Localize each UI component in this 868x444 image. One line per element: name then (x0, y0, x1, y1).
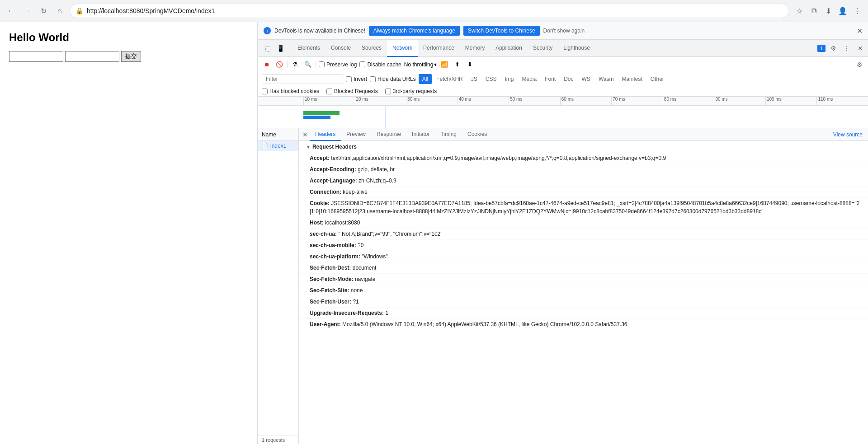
tab-response[interactable]: Response (371, 128, 406, 141)
header-row: Accept-Language: zh-CN,zh;q=0.9 (299, 175, 868, 187)
blocked-requests-label[interactable]: Blocked Requests (326, 88, 378, 94)
request-name: index1 (270, 143, 286, 149)
infobar-close-button[interactable]: ✕ (857, 27, 863, 35)
toolbar-separator-1 (287, 61, 288, 68)
clear-button[interactable]: 🚫 (274, 60, 284, 70)
tab-sources[interactable]: Sources (356, 40, 387, 57)
filter-all-button[interactable]: All (419, 74, 432, 84)
filter-other-button[interactable]: Other (647, 74, 668, 84)
network-settings-button[interactable]: ⚙ (854, 60, 864, 70)
tab-cookies[interactable]: Cookies (462, 128, 492, 141)
header-row: Host: localhost:8080 (299, 217, 868, 229)
badge-button[interactable]: 1 (817, 45, 826, 52)
upload-button[interactable]: ⬆ (452, 60, 462, 70)
filter-font-button[interactable]: Font (541, 74, 559, 84)
record-button[interactable]: ⏺ (262, 60, 272, 70)
url-text: http://localhost:8080/SpringMVCDemo/inde… (87, 7, 215, 14)
bookmark-star-button[interactable]: ☆ (793, 5, 806, 17)
tab-lighthouse[interactable]: Lighthouse (558, 40, 595, 57)
hide-data-urls-checkbox[interactable] (370, 76, 376, 82)
tab-memory[interactable]: Memory (460, 40, 490, 57)
filter-media-button[interactable]: Media (518, 74, 540, 84)
reload-button[interactable]: ↻ (37, 5, 50, 17)
wifi-icon-button[interactable]: 📶 (439, 60, 449, 70)
request-item-index1[interactable]: 📄 index1 (258, 141, 298, 151)
header-row: sec-ch-ua-mobile: ?0 (299, 240, 868, 251)
ruler-tick-40ms: 40 ms (458, 97, 509, 105)
tab-elements[interactable]: Elements (292, 40, 326, 57)
extension-button[interactable]: ⧉ (807, 5, 820, 17)
request-headers-section: ▼ Request Headers (299, 141, 868, 153)
browser-actions: ☆ ⧉ ⬇ 👤 ⋮ (793, 5, 863, 17)
filter-js-button[interactable]: JS (467, 74, 481, 84)
search-button[interactable]: 🔍 (303, 60, 313, 70)
home-button[interactable]: ⌂ (53, 5, 66, 17)
tab-initiator[interactable]: Initiator (406, 128, 435, 141)
section-triangle-icon: ▼ (306, 145, 311, 150)
filter-css-button[interactable]: CSS (482, 74, 500, 84)
header-row: Accept-Encoding: gzip, deflate, br (299, 164, 868, 175)
switch-chinese-button[interactable]: Switch DevTools to Chinese (463, 26, 540, 36)
status-bar-bottom: 1 requests (258, 435, 298, 444)
form-input-1[interactable] (9, 51, 63, 62)
header-row: Cookie: JSESSIONID=6C7B74F1F4E313BA939E0… (299, 198, 868, 217)
tab-application[interactable]: Application (490, 40, 528, 57)
inspect-element-button[interactable]: ⬚ (262, 42, 274, 54)
hide-data-urls-label[interactable]: Hide data URLs (370, 76, 416, 82)
throttle-dropdown[interactable]: No throttling ▾ (404, 61, 437, 68)
close-devtools-button[interactable]: ✕ (854, 42, 866, 54)
preserve-log-checkbox[interactable] (319, 61, 325, 67)
ruler-tick-60ms: 60 ms (560, 97, 612, 105)
header-row: Accept: text/html,application/xhtml+xml,… (299, 153, 868, 164)
filter-icon-button[interactable]: ⚗ (290, 60, 300, 70)
settings-button[interactable]: ⚙ (827, 42, 839, 54)
address-bar[interactable]: 🔒 http://localhost:8080/SpringMVCDemo/in… (70, 4, 789, 18)
view-source-link[interactable]: View source (830, 130, 866, 140)
invert-label[interactable]: Invert (346, 76, 367, 82)
filter-manifest-button[interactable]: Manifest (618, 74, 646, 84)
third-party-label[interactable]: 3rd-party requests (385, 88, 437, 94)
download-arrow-button[interactable]: ⬇ (465, 60, 475, 70)
more-tabs-button[interactable]: ⋮ (841, 42, 853, 54)
has-blocked-cookies-checkbox[interactable] (262, 89, 268, 94)
dont-show-button[interactable]: Don't show again (543, 28, 585, 34)
tab-console[interactable]: Console (326, 40, 356, 57)
device-toggle-button[interactable]: 📱 (274, 42, 286, 54)
network-toolbar: ⏺ 🚫 ⚗ 🔍 Preserve log Disable cache No th… (258, 57, 868, 72)
filter-fetch-xhr-button[interactable]: Fetch/XHR (433, 74, 467, 84)
close-detail-button[interactable]: ✕ (301, 130, 310, 139)
invert-checkbox[interactable] (346, 76, 352, 82)
blocked-requests-checkbox[interactable] (326, 89, 332, 94)
document-icon: 📄 (262, 143, 269, 149)
more-button[interactable]: ⋮ (851, 5, 863, 17)
filter-ws-button[interactable]: WS (578, 74, 594, 84)
filter-input[interactable] (262, 74, 343, 84)
forward-button[interactable]: → (21, 5, 33, 17)
back-button[interactable]: ← (5, 5, 17, 17)
filter-wasm-button[interactable]: Wasm (595, 74, 618, 84)
tab-headers[interactable]: Headers (310, 128, 341, 141)
devtools-tools-left: ⬚ 📱 (260, 42, 288, 54)
name-panel: Name 📄 index1 1 requests (258, 128, 299, 444)
disable-cache-checkbox[interactable] (359, 61, 365, 67)
tab-performance[interactable]: Performance (418, 40, 460, 57)
filter-doc-button[interactable]: Doc (560, 74, 577, 84)
download-button[interactable]: ⬇ (822, 5, 835, 17)
timeline-ruler: 10 ms 20 ms 30 ms 40 ms 50 ms 60 ms 70 m… (258, 97, 868, 106)
tab-preview[interactable]: Preview (341, 128, 371, 141)
form-input-2[interactable] (65, 51, 119, 62)
timeline-vline-blue (386, 106, 386, 128)
timeline-bar-green (303, 111, 340, 115)
form-submit-button[interactable]: 提交 (121, 51, 141, 62)
tab-timing[interactable]: Timing (435, 128, 462, 141)
disable-cache-label[interactable]: Disable cache (359, 61, 401, 68)
profile-button[interactable]: 👤 (836, 5, 849, 17)
filter-img-button[interactable]: Img (501, 74, 517, 84)
timeline-content (258, 106, 868, 128)
has-blocked-cookies-label[interactable]: Has blocked cookies (262, 88, 319, 94)
always-match-button[interactable]: Always match Chrome's language (369, 26, 460, 36)
preserve-log-label[interactable]: Preserve log (319, 61, 357, 68)
tab-network[interactable]: Network (387, 40, 418, 57)
third-party-checkbox[interactable] (385, 89, 391, 94)
tab-security[interactable]: Security (528, 40, 558, 57)
